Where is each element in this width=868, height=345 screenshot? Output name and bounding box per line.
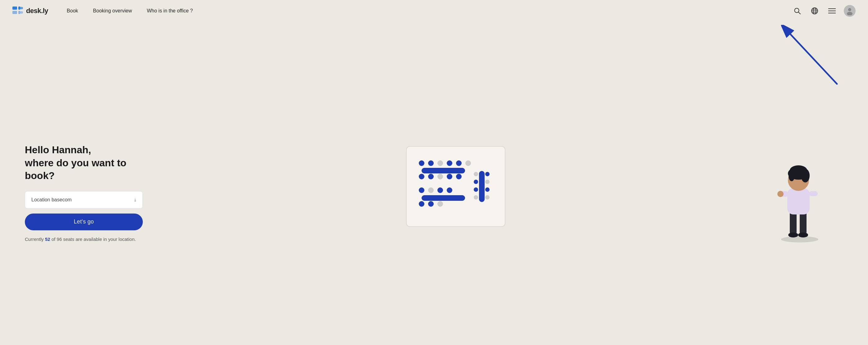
lets-go-button[interactable]: Let's go	[25, 213, 143, 230]
nav-booking-overview[interactable]: Booking overview	[93, 8, 132, 14]
search-icon	[794, 7, 801, 14]
right-column	[756, 143, 843, 242]
svg-point-56	[777, 191, 783, 197]
logo-text: desk.ly	[26, 7, 48, 15]
svg-point-28	[428, 174, 434, 179]
logo[interactable]: desk.ly	[12, 6, 48, 15]
svg-rect-51	[800, 211, 807, 235]
svg-point-36	[447, 188, 452, 193]
dropdown-arrow-icon: ↓	[134, 197, 136, 203]
main-content: Hello Hannah, where do you want to book?…	[0, 22, 868, 345]
svg-rect-3	[18, 11, 21, 14]
search-button[interactable]	[792, 5, 803, 17]
svg-point-33	[419, 188, 424, 193]
globe-button[interactable]	[809, 5, 820, 17]
svg-point-39	[437, 201, 443, 207]
svg-point-4	[21, 7, 23, 9]
nav-right-icons	[792, 5, 856, 17]
nav-links: Book Booking overview Who is in the offi…	[67, 8, 792, 14]
svg-rect-50	[790, 211, 797, 235]
svg-rect-0	[12, 6, 17, 10]
seats-suffix: of 96 seats are available in your locati…	[50, 236, 136, 242]
svg-point-16	[848, 8, 851, 11]
svg-point-24	[447, 161, 452, 166]
character-illustration	[769, 143, 831, 242]
svg-point-21	[419, 161, 424, 166]
seats-info: Currently 52 of 96 seats are available i…	[25, 236, 155, 242]
svg-point-27	[419, 174, 424, 179]
svg-rect-20	[422, 168, 465, 173]
svg-point-17	[847, 12, 852, 15]
svg-point-49	[781, 236, 818, 242]
svg-point-25	[456, 161, 462, 166]
svg-rect-1	[12, 11, 17, 14]
logo-icon	[12, 6, 24, 15]
location-value: Location basecom	[31, 197, 72, 203]
center-column	[155, 146, 756, 239]
svg-point-22	[428, 161, 434, 166]
svg-point-52	[788, 232, 798, 237]
svg-rect-57	[809, 191, 818, 196]
svg-point-29	[437, 174, 443, 179]
svg-rect-32	[422, 195, 465, 201]
svg-point-37	[419, 201, 424, 207]
nav-who-in-office[interactable]: Who is in the office ?	[147, 8, 193, 14]
nav-book[interactable]: Book	[67, 8, 78, 14]
svg-point-46	[485, 180, 490, 184]
menu-button[interactable]	[827, 5, 838, 17]
svg-point-30	[447, 174, 452, 179]
svg-line-19	[790, 34, 837, 84]
svg-point-34	[428, 188, 434, 193]
svg-point-41	[474, 172, 478, 176]
arrow-annotation	[781, 25, 849, 87]
svg-point-62	[788, 170, 795, 181]
greeting-line1: Hello Hannah,	[25, 144, 155, 156]
user-avatar-button[interactable]	[844, 5, 856, 17]
svg-point-42	[474, 180, 478, 184]
svg-point-23	[437, 161, 443, 166]
svg-point-26	[465, 161, 471, 166]
svg-point-5	[21, 11, 23, 14]
svg-rect-40	[479, 171, 485, 202]
greeting-text: Hello Hannah, where do you want to book?	[25, 144, 155, 182]
svg-point-45	[485, 172, 490, 176]
arrow-svg	[781, 25, 849, 87]
globe-icon	[811, 7, 818, 15]
svg-line-7	[799, 12, 800, 14]
svg-point-31	[456, 174, 462, 179]
svg-point-61	[801, 169, 810, 182]
desk-illustration	[406, 146, 505, 227]
svg-point-44	[474, 195, 478, 200]
seats-prefix: Currently	[25, 236, 45, 242]
svg-point-38	[428, 201, 434, 207]
left-column: Hello Hannah, where do you want to book?…	[25, 144, 155, 242]
svg-point-35	[437, 188, 443, 193]
desk-layout-svg	[412, 152, 499, 221]
svg-rect-54	[787, 188, 810, 214]
hamburger-icon	[828, 8, 836, 14]
svg-point-43	[474, 188, 478, 192]
greeting-line2: where do you want to book?	[25, 156, 155, 182]
character-svg	[769, 143, 831, 242]
svg-point-53	[798, 232, 808, 237]
location-select[interactable]: Location basecom ↓	[25, 191, 143, 208]
seats-available: 52	[45, 236, 50, 242]
svg-rect-2	[18, 6, 21, 10]
svg-point-47	[485, 188, 490, 192]
svg-point-48	[485, 195, 490, 200]
navbar: desk.ly Book Booking overview Who is in …	[0, 0, 868, 22]
avatar-icon	[845, 6, 854, 15]
